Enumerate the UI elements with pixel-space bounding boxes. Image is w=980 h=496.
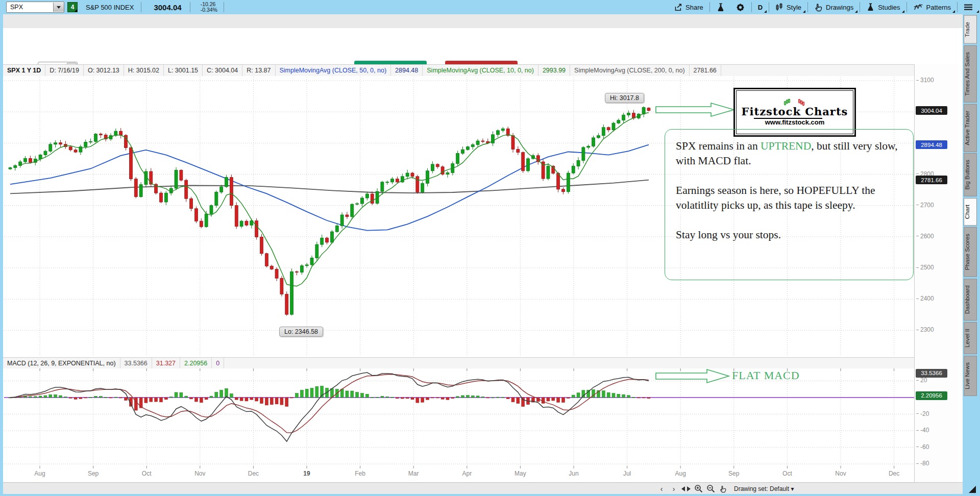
last-price: 3004.04	[154, 3, 181, 12]
sidebar-tab-dashboard[interactable]: Dashboard	[964, 279, 977, 320]
macd-header-cell: 31.327	[152, 358, 180, 369]
sidebar-tab-chart[interactable]: Chart	[964, 198, 977, 226]
style-button[interactable]: Style	[770, 0, 806, 14]
scroll-right-button[interactable]: ›	[669, 484, 679, 493]
timeframe-button[interactable]: D	[753, 0, 768, 14]
drawings-button[interactable]: Drawings	[809, 0, 859, 14]
drawing-set-label[interactable]: Drawing set: Default ▾	[734, 485, 794, 492]
dropdown-corner-icon	[952, 10, 955, 13]
pan-hand-button[interactable]	[718, 484, 728, 493]
price-header-cell: R: 13.87	[242, 65, 275, 76]
sidebar-tab-level-ii[interactable]: Level II	[964, 322, 977, 354]
price-header-cell: O: 3012.13	[84, 65, 124, 76]
sidebar-tab-trade[interactable]: Trade	[964, 15, 977, 44]
share-icon	[673, 3, 682, 12]
axis-tick-label: 2400	[916, 295, 934, 302]
logo-url: www.fitzstock.com	[765, 118, 825, 126]
sidebar-tab-times-and-sales[interactable]: Times And Sales	[964, 45, 977, 103]
watchlist-flag-badge[interactable]: 4	[67, 2, 78, 12]
symbol-description: S&P 500 INDEX	[86, 4, 134, 11]
axis-tick-label: 20	[916, 377, 927, 384]
time-axis-label: Dec	[889, 470, 899, 477]
symbol-value: SPX	[7, 4, 53, 11]
time-axis-label: 19	[303, 470, 310, 477]
logo-title: Fitzstock Charts	[742, 106, 848, 117]
share-button[interactable]: Share	[668, 0, 708, 14]
thinkorswim-window: SPX 4 S&P 500 INDEX 3004.04 -10.26 -0.34…	[0, 0, 980, 496]
axis-tick-label: -80	[916, 460, 929, 467]
symbol-dropdown-button[interactable]	[53, 3, 64, 12]
pattern-icon	[913, 3, 923, 12]
window-edge	[0, 14, 3, 494]
macd-header-cell: 33.5366	[120, 358, 152, 369]
chart-menu-button[interactable]	[959, 0, 980, 14]
time-axis-label: Nov	[194, 470, 205, 477]
sidebar-tab-phase-scores[interactable]: Phase Scores	[964, 227, 977, 277]
note-paragraph: Stay long vs your stops.	[676, 228, 902, 242]
chevron-down-icon	[57, 6, 61, 9]
flask-icon	[716, 3, 725, 12]
axis-price-badge: 2.20956	[916, 391, 947, 400]
sidebar-tab-big-buttons[interactable]: Big Buttons	[964, 153, 977, 196]
time-axis-label: Aug	[675, 470, 686, 477]
high-tooltip: Hi: 3017.8	[605, 93, 644, 103]
note-paragraph: Earnings season is here, so HOPEFULLY th…	[676, 183, 902, 213]
price-header-cell: 2894.48	[391, 65, 423, 76]
gadget-sidebar: TradeTimes And SalesActive TraderBig But…	[963, 14, 980, 496]
candles-icon	[775, 3, 783, 12]
time-axis-label: Sep	[88, 470, 99, 477]
time-axis-label: Jul	[623, 470, 631, 477]
zoom-out-button[interactable]	[705, 484, 716, 493]
gear-icon	[736, 3, 745, 12]
time-axis-label: Aug	[34, 470, 45, 477]
price-header-cell: C: 3004.04	[203, 65, 242, 76]
resize-grip-icon[interactable]	[969, 486, 976, 493]
price-header-cell: SimpleMovingAvg (CLOSE, 10, 0, no)	[423, 65, 538, 76]
axis-tick-label: 3100	[916, 77, 934, 84]
axis-tick-label: 2700	[916, 202, 934, 209]
axis-tick-label: 2600	[916, 233, 934, 240]
chart-subtoolbar	[3, 14, 963, 29]
macd-pane[interactable]	[3, 368, 914, 466]
time-axis-label: Feb	[355, 470, 365, 477]
time-axis-label: Sep	[728, 470, 739, 477]
price-study-header: SPX 1 Y 1DD: 7/16/19O: 3012.13H: 3015.02…	[3, 64, 914, 77]
low-tooltip: Lo: 2346.58	[279, 327, 323, 337]
axis-tick-label: -60	[916, 443, 929, 451]
zoom-in-button[interactable]	[693, 484, 703, 493]
macd-header-cell: 2.20956	[180, 358, 212, 369]
sidebar-tab-active-trader[interactable]: Active Trader	[964, 104, 977, 152]
time-axis-label: Dec	[248, 470, 259, 477]
patterns-button[interactable]: Patterns	[908, 0, 956, 14]
time-axis-label: Nov	[835, 470, 846, 477]
time-axis-label: Oct	[782, 470, 792, 477]
scroll-left-button[interactable]: ‹	[656, 484, 667, 493]
axis-tick-label: -20	[916, 410, 929, 417]
symbol-input[interactable]: SPX	[6, 2, 64, 13]
window-edge	[0, 494, 980, 496]
pan-arrows-icon[interactable]	[681, 484, 691, 493]
studies-button[interactable]: Studies	[861, 0, 905, 14]
price-header-cell: 2993.99	[538, 65, 570, 76]
dropdown-corner-icon	[855, 10, 857, 13]
macd-study-header: MACD (12, 26, 9, EXPONENTIAL, no)33.5366…	[3, 357, 914, 369]
macd-header-cell: MACD (12, 26, 9, EXPONENTIAL, no)	[3, 358, 120, 369]
analyze-button[interactable]	[711, 0, 730, 14]
chart-bottom-toolbar: ‹ › Drawing set: Default ▾	[3, 482, 963, 494]
axis-tick-label: 2500	[916, 264, 934, 271]
flask-icon	[866, 3, 875, 12]
axis-price-badge: 33.5366	[916, 369, 947, 378]
price-axis[interactable]: 310028002700260025002400230020-20-40-60-…	[914, 64, 963, 482]
time-axis-label: Mar	[408, 470, 419, 477]
corner-icon	[75, 9, 77, 12]
flat-macd-label: FLAT MACD	[732, 369, 800, 382]
dropdown-corner-icon	[976, 10, 979, 13]
time-axis-label: Oct	[142, 470, 152, 477]
sidebar-tab-live-news[interactable]: Live News	[964, 356, 977, 396]
note-paragraph: SPX remains in an UPTREND, but still ver…	[676, 139, 902, 168]
dropdown-corner-icon	[902, 10, 904, 13]
axis-price-badge: 2781.66	[916, 176, 947, 184]
price-header-cell: D: 7/16/19	[45, 65, 84, 76]
time-axis	[3, 466, 914, 482]
settings-button[interactable]	[730, 0, 750, 14]
